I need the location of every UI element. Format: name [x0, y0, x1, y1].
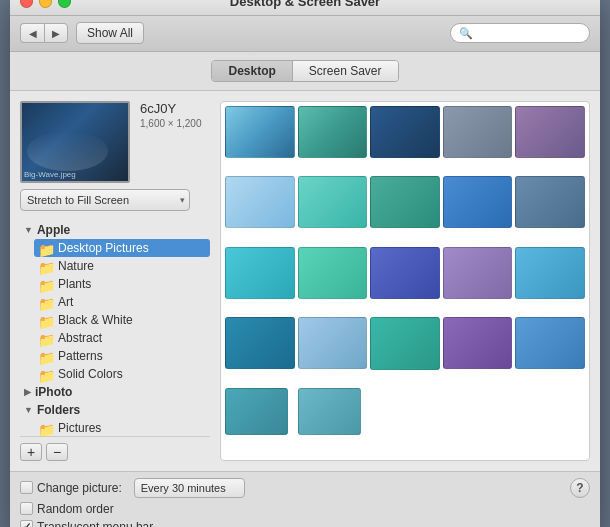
sidebar-item-label: Plants — [58, 277, 91, 291]
iphoto-section-label: iPhoto — [35, 385, 72, 399]
random-order-checkbox[interactable] — [20, 502, 33, 515]
folders-toggle-icon: ▼ — [24, 405, 33, 415]
wallpaper-thumb[interactable] — [298, 106, 368, 158]
folder-icon: 📁 — [38, 260, 54, 272]
main-content — [220, 101, 590, 461]
search-icon: 🔍 — [459, 27, 473, 40]
back-button[interactable]: ◀ — [20, 23, 44, 43]
sidebar-item-desktop-pictures[interactable]: 📁 Desktop Pictures — [34, 239, 210, 257]
window-title: Desktop & Screen Saver — [230, 0, 380, 9]
wallpaper-thumb[interactable] — [370, 106, 440, 158]
tab-desktop[interactable]: Desktop — [212, 61, 292, 81]
interval-select[interactable]: Every 5 seconds Every 1 minute Every 5 m… — [134, 478, 245, 498]
folder-icon: 📁 — [38, 350, 54, 362]
wallpaper-grid-container — [220, 101, 590, 461]
toolbar: ◀ ▶ Show All 🔍 — [10, 16, 600, 52]
change-picture-checkbox[interactable] — [20, 481, 33, 494]
wallpaper-thumb[interactable] — [370, 247, 440, 299]
folders-children: 📁 Pictures — [34, 419, 210, 436]
wallpaper-thumb[interactable] — [298, 176, 368, 228]
interval-select-wrapper: Every 5 seconds Every 1 minute Every 5 m… — [134, 478, 245, 498]
bottom-controls: Change picture: Every 5 seconds Every 1 … — [10, 471, 600, 528]
minimize-button[interactable] — [39, 0, 52, 8]
sidebar-item-label: Art — [58, 295, 73, 309]
sidebar-item-solid-colors[interactable]: 📁 Solid Colors — [34, 365, 210, 383]
translucent-menu-bar-label: Translucent menu bar — [37, 520, 153, 528]
apple-toggle-icon: ▼ — [24, 225, 33, 235]
wallpaper-thumb[interactable] — [225, 106, 295, 158]
wallpaper-grid — [221, 102, 589, 460]
wallpaper-thumb[interactable] — [443, 106, 513, 158]
maximize-button[interactable] — [58, 0, 71, 8]
tree-section: ▼ Apple 📁 Desktop Pictures 📁 Nature 📁 Pl… — [20, 221, 210, 436]
tab-screen-saver[interactable]: Screen Saver — [293, 61, 398, 81]
sidebar-item-label: Nature — [58, 259, 94, 273]
wallpaper-thumb[interactable] — [515, 317, 585, 369]
sidebar-item-art[interactable]: 📁 Art — [34, 293, 210, 311]
wallpaper-thumb[interactable] — [443, 247, 513, 299]
wallpaper-thumb[interactable] — [443, 176, 513, 228]
sidebar-item-label: Abstract — [58, 331, 102, 345]
translucent-menu-bar-checkbox[interactable] — [20, 520, 33, 527]
close-button[interactable] — [20, 0, 33, 8]
wallpaper-thumb[interactable] — [225, 247, 295, 299]
sidebar-item-pictures[interactable]: 📁 Pictures — [34, 419, 210, 436]
wallpaper-thumb[interactable] — [515, 247, 585, 299]
forward-button[interactable]: ▶ — [44, 23, 68, 43]
wallpaper-thumb[interactable] — [370, 176, 440, 228]
folder-icon: 📁 — [38, 368, 54, 380]
preview-area: Big-Wave.jpeg 6cJ0Y 1,600 × 1,200 Stretc… — [20, 101, 210, 211]
wallpaper-thumb[interactable] — [515, 176, 585, 228]
apple-section-label: Apple — [37, 223, 70, 237]
sidebar-item-nature[interactable]: 📁 Nature — [34, 257, 210, 275]
wallpaper-thumb[interactable] — [298, 388, 361, 435]
random-order-checkbox-wrapper[interactable]: Random order — [20, 502, 114, 516]
wallpaper-thumb[interactable] — [225, 176, 295, 228]
title-bar: Desktop & Screen Saver — [10, 0, 600, 16]
wallpaper-thumb[interactable] — [443, 317, 513, 369]
preview-dimensions: 1,600 × 1,200 — [140, 118, 201, 129]
folder-icon: 📁 — [38, 242, 54, 254]
sidebar-item-plants[interactable]: 📁 Plants — [34, 275, 210, 293]
sidebar-item-black-white[interactable]: 📁 Black & White — [34, 311, 210, 329]
change-picture-label: Change picture: — [37, 481, 122, 495]
add-button[interactable]: + — [20, 443, 42, 461]
fit-select[interactable]: Stretch to Fill Screen Fill Screen Fit t… — [20, 189, 190, 211]
window-controls — [20, 0, 71, 8]
sidebar-item-abstract[interactable]: 📁 Abstract — [34, 329, 210, 347]
search-input[interactable] — [476, 27, 581, 39]
tab-group: Desktop Screen Saver — [211, 60, 398, 82]
help-button[interactable]: ? — [570, 478, 590, 498]
wallpaper-thumb[interactable] — [515, 106, 585, 158]
sidebar-section-apple[interactable]: ▼ Apple — [20, 221, 210, 239]
sidebar-item-label: Solid Colors — [58, 367, 123, 381]
folders-section-label: Folders — [37, 403, 80, 417]
show-all-button[interactable]: Show All — [76, 22, 144, 44]
translucent-menu-bar-row: Translucent menu bar — [20, 520, 590, 528]
translucent-menu-bar-checkbox-wrapper[interactable]: Translucent menu bar — [20, 520, 153, 528]
sidebar-bottom: + − — [20, 436, 210, 461]
sidebar-item-patterns[interactable]: 📁 Patterns — [34, 347, 210, 365]
wallpaper-thumb[interactable] — [225, 388, 288, 435]
folder-icon: 📁 — [38, 422, 54, 434]
sidebar: Big-Wave.jpeg 6cJ0Y 1,600 × 1,200 Stretc… — [20, 101, 210, 461]
folder-icon: 📁 — [38, 332, 54, 344]
content-area: Big-Wave.jpeg 6cJ0Y 1,600 × 1,200 Stretc… — [10, 91, 600, 471]
sidebar-section-folders[interactable]: ▼ Folders — [20, 401, 210, 419]
preview-img-label: Big-Wave.jpeg — [24, 170, 76, 179]
preview-filename: 6cJ0Y — [140, 101, 201, 116]
change-picture-checkbox-wrapper[interactable]: Change picture: — [20, 481, 122, 495]
folder-icon: 📁 — [38, 296, 54, 308]
preview-image: Big-Wave.jpeg — [20, 101, 130, 183]
preview-top: Big-Wave.jpeg 6cJ0Y 1,600 × 1,200 — [20, 101, 210, 183]
search-box: 🔍 — [450, 23, 590, 43]
wallpaper-thumb[interactable] — [298, 247, 368, 299]
change-picture-row: Change picture: Every 5 seconds Every 1 … — [20, 478, 590, 498]
wallpaper-thumb[interactable] — [225, 317, 295, 369]
wallpaper-thumb[interactable] — [298, 317, 368, 369]
remove-button[interactable]: − — [46, 443, 68, 461]
sidebar-item-label: Desktop Pictures — [58, 241, 149, 255]
wallpaper-thumb[interactable] — [370, 317, 440, 369]
tab-bar: Desktop Screen Saver — [10, 52, 600, 91]
sidebar-section-iphoto[interactable]: ▶ iPhoto — [20, 383, 210, 401]
